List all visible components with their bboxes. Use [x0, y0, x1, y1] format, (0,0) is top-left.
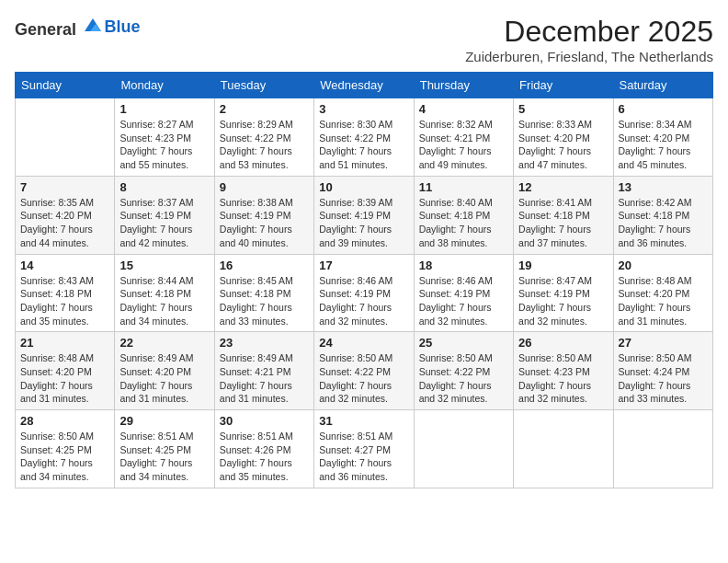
day-info-line: Sunrise: 8:37 AM — [119, 197, 193, 208]
day-info-line: Daylight: 7 hours — [319, 380, 392, 391]
day-info-line: Sunset: 4:19 PM — [319, 210, 391, 221]
day-info: Sunrise: 8:39 AMSunset: 4:19 PMDaylight:… — [319, 196, 408, 250]
day-info-line: Sunset: 4:18 PM — [419, 210, 491, 221]
day-info-line: Sunset: 4:23 PM — [119, 132, 191, 144]
day-info-line: and 51 minutes. — [319, 159, 388, 170]
day-info-line: and 55 minutes. — [119, 159, 188, 170]
calendar-cell: 15Sunrise: 8:44 AMSunset: 4:18 PMDayligh… — [115, 254, 214, 332]
day-info-line: Daylight: 7 hours — [419, 302, 492, 313]
day-number: 16 — [220, 259, 309, 272]
day-info-line: and 36 minutes. — [319, 471, 388, 482]
day-info-line: Daylight: 7 hours — [319, 224, 392, 235]
day-info-line: and 34 minutes. — [119, 316, 188, 327]
day-info: Sunrise: 8:50 AMSunset: 4:25 PMDaylight:… — [20, 430, 109, 484]
day-info-line: Sunrise: 8:46 AM — [319, 275, 392, 286]
day-info: Sunrise: 8:42 AMSunset: 4:18 PMDaylight:… — [619, 196, 708, 250]
day-info-line: Sunset: 4:20 PM — [619, 288, 690, 299]
day-info-line: Sunset: 4:25 PM — [119, 444, 191, 455]
calendar-cell: 1Sunrise: 8:27 AMSunset: 4:23 PMDaylight… — [115, 98, 214, 177]
calendar-cell: 3Sunrise: 8:30 AMSunset: 4:22 PMDaylight… — [314, 98, 414, 177]
day-info: Sunrise: 8:37 AMSunset: 4:19 PMDaylight:… — [119, 196, 209, 250]
day-number: 5 — [518, 102, 608, 116]
calendar-week-0: 1Sunrise: 8:27 AMSunset: 4:23 PMDaylight… — [16, 98, 713, 177]
day-info-line: and 35 minutes. — [20, 316, 89, 327]
calendar-week-3: 21Sunrise: 8:48 AMSunset: 4:20 PMDayligh… — [16, 332, 713, 410]
day-info-line: Daylight: 7 hours — [119, 380, 192, 391]
day-info-line: Sunset: 4:20 PM — [20, 210, 92, 221]
day-info-line: Sunrise: 8:51 AM — [119, 431, 193, 442]
calendar-cell — [414, 410, 513, 488]
day-info-line: Sunset: 4:19 PM — [119, 210, 191, 221]
calendar-cell: 11Sunrise: 8:40 AMSunset: 4:18 PMDayligh… — [414, 176, 513, 254]
calendar-cell: 19Sunrise: 8:47 AMSunset: 4:19 PMDayligh… — [514, 254, 613, 332]
day-info-line: Daylight: 7 hours — [319, 145, 392, 156]
day-info: Sunrise: 8:40 AMSunset: 4:18 PMDaylight:… — [419, 196, 508, 250]
day-info-line: and 53 minutes. — [220, 159, 289, 170]
day-info-line: Sunset: 4:21 PM — [220, 366, 291, 377]
day-info-line: Daylight: 7 hours — [220, 302, 292, 313]
day-info-line: Sunset: 4:19 PM — [220, 210, 291, 221]
calendar-cell: 10Sunrise: 8:39 AMSunset: 4:19 PMDayligh… — [314, 176, 414, 254]
day-number: 14 — [20, 259, 109, 272]
day-info-line: Sunset: 4:19 PM — [419, 288, 491, 299]
calendar-cell: 17Sunrise: 8:46 AMSunset: 4:19 PMDayligh… — [314, 254, 414, 332]
col-header-monday: Monday — [115, 73, 214, 98]
day-info-line: Sunrise: 8:35 AM — [20, 197, 94, 208]
day-number: 8 — [119, 180, 209, 194]
day-info-line: Daylight: 7 hours — [20, 224, 93, 235]
day-info-line: Sunset: 4:19 PM — [319, 288, 391, 299]
day-info-line: Sunset: 4:27 PM — [319, 444, 391, 455]
day-info: Sunrise: 8:46 AMSunset: 4:19 PMDaylight:… — [319, 274, 408, 328]
calendar-cell: 31Sunrise: 8:51 AMSunset: 4:27 PMDayligh… — [314, 410, 414, 488]
calendar-cell: 24Sunrise: 8:50 AMSunset: 4:22 PMDayligh… — [314, 332, 414, 410]
day-number: 25 — [419, 336, 508, 350]
day-info: Sunrise: 8:44 AMSunset: 4:18 PMDaylight:… — [119, 274, 209, 328]
calendar-cell: 8Sunrise: 8:37 AMSunset: 4:19 PMDaylight… — [115, 176, 214, 254]
col-header-tuesday: Tuesday — [214, 73, 313, 98]
day-info: Sunrise: 8:48 AMSunset: 4:20 PMDaylight:… — [20, 351, 109, 406]
day-info-line: Sunrise: 8:50 AM — [319, 352, 392, 363]
day-number: 23 — [220, 336, 309, 350]
calendar-cell: 27Sunrise: 8:50 AMSunset: 4:24 PMDayligh… — [613, 332, 712, 410]
day-info-line: Daylight: 7 hours — [619, 380, 691, 391]
day-info-line: Daylight: 7 hours — [518, 224, 591, 235]
day-info-line: Sunrise: 8:32 AM — [419, 119, 493, 130]
day-info-line: and 32 minutes. — [518, 393, 587, 404]
day-info-line: Sunset: 4:22 PM — [419, 366, 491, 377]
day-info: Sunrise: 8:29 AMSunset: 4:22 PMDaylight:… — [220, 118, 309, 172]
calendar-header-row: SundayMondayTuesdayWednesdayThursdayFrid… — [16, 73, 713, 98]
day-info-line: and 32 minutes. — [319, 316, 388, 327]
day-number: 13 — [619, 180, 708, 194]
calendar-cell: 9Sunrise: 8:38 AMSunset: 4:19 PMDaylight… — [214, 176, 313, 254]
calendar-cell: 6Sunrise: 8:34 AMSunset: 4:20 PMDaylight… — [613, 98, 712, 177]
calendar-cell: 5Sunrise: 8:33 AMSunset: 4:20 PMDaylight… — [514, 98, 613, 177]
day-info-line: Sunset: 4:21 PM — [419, 132, 491, 144]
day-info-line: Sunrise: 8:50 AM — [419, 352, 493, 363]
day-info-line: Sunrise: 8:48 AM — [20, 352, 94, 363]
day-number: 4 — [419, 102, 508, 116]
day-info-line: Daylight: 7 hours — [20, 457, 93, 468]
day-info-line: Sunrise: 8:29 AM — [220, 119, 293, 130]
title-area: December 2025 Zuiderburen, Friesland, Th… — [465, 15, 713, 64]
day-info-line: and 40 minutes. — [220, 237, 289, 248]
day-info-line: Daylight: 7 hours — [119, 224, 192, 235]
day-info-line: Sunrise: 8:47 AM — [518, 275, 592, 286]
logo-icon — [83, 15, 103, 35]
day-info-line: Sunset: 4:20 PM — [619, 132, 690, 144]
day-info-line: Sunrise: 8:33 AM — [518, 119, 592, 130]
day-info-line: and 31 minutes. — [220, 393, 289, 404]
day-number: 21 — [20, 336, 109, 350]
calendar-cell — [514, 410, 613, 488]
day-info-line: and 36 minutes. — [619, 237, 688, 248]
day-info-line: Sunset: 4:18 PM — [518, 210, 590, 221]
calendar-cell: 29Sunrise: 8:51 AMSunset: 4:25 PMDayligh… — [115, 410, 214, 488]
day-info: Sunrise: 8:50 AMSunset: 4:24 PMDaylight:… — [619, 351, 708, 406]
day-info-line: Sunrise: 8:48 AM — [619, 275, 692, 286]
day-info-line: Daylight: 7 hours — [319, 457, 392, 468]
logo: General Blue — [15, 15, 141, 40]
day-info-line: Sunrise: 8:30 AM — [319, 119, 392, 130]
calendar-week-4: 28Sunrise: 8:50 AMSunset: 4:25 PMDayligh… — [16, 410, 713, 488]
day-info-line: and 32 minutes. — [319, 393, 388, 404]
day-number: 29 — [119, 414, 209, 428]
day-info: Sunrise: 8:46 AMSunset: 4:19 PMDaylight:… — [419, 274, 508, 328]
